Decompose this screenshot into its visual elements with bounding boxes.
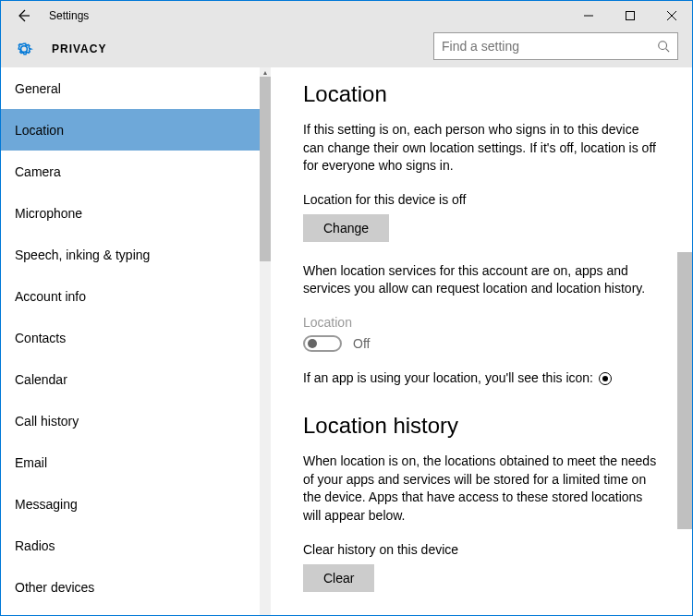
sidebar-item-general[interactable]: General: [1, 67, 260, 109]
back-arrow-icon: [16, 8, 30, 23]
sidebar-item-messaging[interactable]: Messaging: [1, 483, 260, 525]
sidebar-item-label: General: [15, 81, 61, 96]
minimize-button[interactable]: [567, 1, 609, 30]
location-icon-hint: If an app is using your location, you'll…: [303, 370, 660, 385]
sidebar-item-radios[interactable]: Radios: [1, 525, 260, 566]
main-scrollbar[interactable]: [677, 67, 692, 615]
sidebar-item-label: Microphone: [15, 206, 82, 221]
clear-button[interactable]: Clear: [303, 564, 374, 592]
sidebar-item-label: Call history: [15, 414, 79, 429]
svg-rect-0: [626, 12, 634, 20]
back-button[interactable]: [1, 1, 45, 30]
location-toggle[interactable]: [303, 335, 342, 352]
toggle-state: Off: [353, 336, 370, 351]
close-icon: [667, 11, 676, 20]
sidebar-item-contacts[interactable]: Contacts: [1, 317, 260, 358]
header: PRIVACY: [1, 30, 692, 67]
icon-hint-text: If an app is using your location, you'll…: [303, 370, 593, 385]
location-description: If this setting is on, each person who s…: [303, 121, 660, 175]
svg-point-1: [659, 42, 667, 50]
maximize-icon: [626, 11, 635, 20]
sidebar-item-microphone[interactable]: Microphone: [1, 192, 260, 234]
change-button[interactable]: Change: [303, 214, 389, 242]
scroll-up-icon: ▴: [260, 67, 271, 77]
services-description: When location services for this account …: [303, 262, 660, 298]
location-heading: Location: [303, 81, 660, 107]
sidebar-item-account-info[interactable]: Account info: [1, 275, 260, 317]
minimize-icon: [584, 11, 593, 20]
search-icon: [657, 40, 670, 53]
sidebar-scrollbar[interactable]: ▴: [260, 67, 271, 615]
sidebar: GeneralLocationCameraMicrophoneSpeech, i…: [1, 67, 271, 615]
location-in-use-icon: [599, 372, 612, 385]
window-title: Settings: [49, 9, 89, 22]
sidebar-item-label: Email: [15, 455, 47, 470]
history-description: When location is on, the locations obtai…: [303, 453, 660, 525]
sidebar-item-label: Location: [15, 123, 64, 138]
page-title: PRIVACY: [52, 42, 106, 55]
sidebar-item-label: Contacts: [15, 331, 66, 345]
history-heading: Location history: [303, 413, 660, 439]
gear-icon: [15, 40, 33, 58]
device-status-label: Location for this device is off: [303, 192, 660, 207]
toggle-knob-icon: [308, 339, 317, 348]
maximize-button[interactable]: [609, 1, 650, 30]
sidebar-item-email[interactable]: Email: [1, 441, 260, 483]
close-button[interactable]: [650, 1, 692, 30]
sidebar-item-calendar[interactable]: Calendar: [1, 358, 260, 400]
titlebar: Settings: [1, 1, 692, 30]
sidebar-item-speech-inking-typing[interactable]: Speech, inking & typing: [1, 234, 260, 275]
sidebar-item-other-devices[interactable]: Other devices: [1, 566, 260, 608]
location-toggle-label: Location: [303, 315, 660, 330]
sidebar-item-label: Account info: [15, 289, 86, 304]
clear-history-label: Clear history on this device: [303, 542, 660, 557]
search-box[interactable]: [433, 32, 678, 60]
sidebar-item-label: Camera: [15, 164, 61, 179]
sidebar-item-label: Speech, inking & typing: [15, 248, 150, 262]
scroll-thumb[interactable]: [260, 77, 271, 261]
sidebar-item-location[interactable]: Location: [1, 109, 260, 151]
main-content: Location If this setting is on, each per…: [271, 67, 692, 615]
sidebar-item-label: Messaging: [15, 497, 78, 512]
sidebar-item-camera[interactable]: Camera: [1, 151, 260, 192]
main-scroll-thumb[interactable]: [677, 252, 692, 529]
sidebar-item-label: Other devices: [15, 580, 94, 595]
search-input[interactable]: [442, 39, 657, 54]
sidebar-item-label: Calendar: [15, 372, 67, 387]
sidebar-item-label: Radios: [15, 538, 55, 553]
sidebar-item-call-history[interactable]: Call history: [1, 400, 260, 441]
